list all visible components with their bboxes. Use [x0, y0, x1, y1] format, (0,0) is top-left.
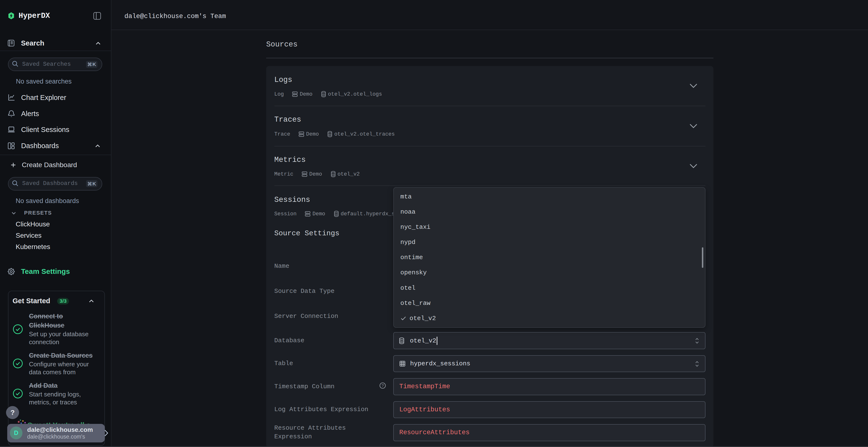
svg-text:?: ? [381, 383, 383, 388]
